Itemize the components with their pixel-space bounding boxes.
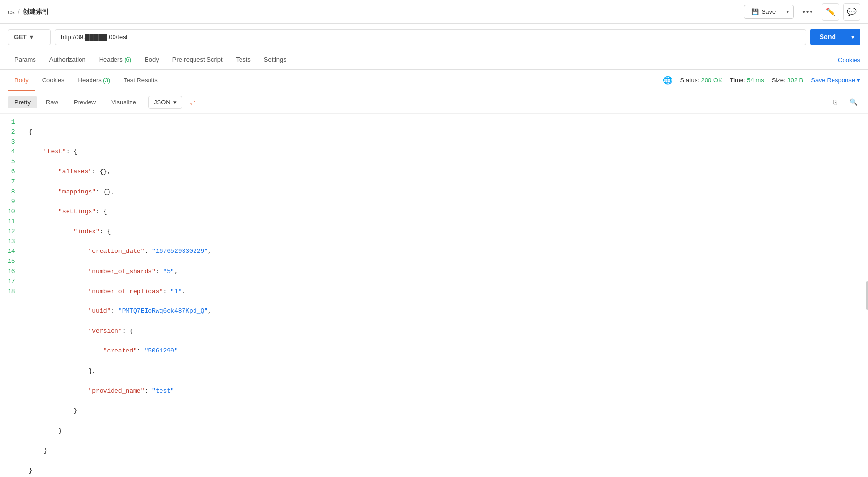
search-icon: 🔍 (849, 98, 857, 106)
tab-body-label: Body (145, 56, 159, 63)
headers-badge: (6) (124, 57, 131, 63)
line-5: "settings": { (29, 207, 860, 217)
resp-tab-body-label: Body (14, 77, 29, 84)
time-label: Time: 54 ms (730, 77, 764, 84)
raw-button[interactable]: Raw (39, 96, 65, 108)
send-button[interactable]: Send (810, 29, 845, 45)
line-13: }, (29, 366, 860, 376)
comment-button[interactable]: 💬 (843, 3, 860, 21)
cookies-link[interactable]: Cookies (838, 57, 860, 64)
time-text-label: Time: (730, 77, 747, 84)
edit-button[interactable]: ✏️ (822, 3, 839, 21)
tab-pre-request[interactable]: Pre-request Script (166, 50, 229, 70)
breadcrumb-prefix: es (8, 8, 15, 16)
toolbar-right: ⎘ 🔍 (828, 95, 860, 109)
more-options-button[interactable]: ••• (798, 5, 818, 19)
line-numbers: 12345 678910 1112131415 161718 (0, 114, 21, 477)
format-label: JSON (154, 99, 171, 106)
search-button[interactable]: 🔍 (846, 95, 860, 109)
line-11: "version": { (29, 327, 860, 337)
line-3: "aliases": {}, (29, 167, 860, 177)
breadcrumb-title: 创建索引 (23, 8, 49, 16)
resp-tab-headers[interactable]: Headers (3) (71, 71, 117, 91)
tab-tests[interactable]: Tests (229, 50, 257, 70)
line-10: "uuid": "PMTQ7EIoRwq6ek487Kpd_Q", (29, 307, 860, 317)
resp-tab-cookies-label: Cookies (42, 77, 65, 84)
save-button-group[interactable]: 💾 Save ▾ (744, 5, 794, 19)
line-2: "test": { (29, 147, 860, 157)
wrap-icon: ⇌ (190, 98, 196, 107)
line-12: "created": "5061299" (29, 346, 860, 356)
url-bar: GET ▾ Send ▾ (0, 24, 868, 50)
line-18: } (29, 466, 860, 476)
globe-icon: 🌐 (663, 76, 673, 85)
line-7: "creation_date": "1676529330229", (29, 247, 860, 257)
save-response-label: Save Response (811, 77, 855, 84)
tab-tests-label: Tests (236, 56, 251, 63)
preview-button[interactable]: Preview (67, 96, 103, 108)
tab-settings[interactable]: Settings (257, 50, 293, 70)
line-15: } (29, 406, 860, 416)
tab-params[interactable]: Params (8, 50, 43, 70)
breadcrumb-sep: / (18, 8, 20, 16)
save-button[interactable]: 💾 Save (744, 5, 783, 18)
top-bar-actions: 💾 Save ▾ ••• ✏️ 💬 (744, 3, 860, 21)
tab-params-label: Params (14, 56, 36, 63)
resp-tab-body[interactable]: Body (8, 71, 35, 91)
pretty-button[interactable]: Pretty (8, 96, 37, 108)
status-value: 200 OK (701, 77, 722, 84)
tab-headers[interactable]: Headers (6) (92, 50, 138, 70)
url-input[interactable] (55, 29, 806, 45)
method-label: GET (14, 34, 27, 41)
size-label: Size: 302 B (772, 77, 804, 84)
resp-tab-cookies[interactable]: Cookies (35, 71, 71, 91)
copy-button[interactable]: ⎘ (828, 95, 842, 109)
tab-authorization-label: Authorization (49, 56, 86, 63)
save-icon: 💾 (751, 8, 759, 15)
tab-pre-request-label: Pre-request Script (172, 56, 223, 63)
tab-headers-label: Headers (6) (99, 56, 131, 63)
resp-tab-test-results[interactable]: Test Results (117, 71, 164, 91)
resp-headers-badge: (3) (103, 77, 110, 84)
size-text-label: Size: (772, 77, 788, 84)
json-body: { "test": { "aliases": {}, "mappings": {… (21, 114, 868, 477)
scroll-indicator (866, 281, 868, 310)
save-dropdown-button[interactable]: ▾ (782, 5, 793, 18)
save-label: Save (762, 8, 776, 15)
code-area-wrapper: 12345 678910 1112131415 161718 { "test":… (0, 114, 868, 477)
line-16: } (29, 426, 860, 436)
size-value: 302 B (787, 77, 803, 84)
format-arrow-icon: ▾ (173, 99, 177, 106)
request-tabs: Params Authorization Headers (6) Body Pr… (0, 50, 868, 70)
visualize-button[interactable]: Visualize (104, 96, 143, 108)
line-17: } (29, 446, 860, 456)
line-9: "number_of_replicas": "1", (29, 287, 860, 297)
pencil-icon: ✏️ (826, 7, 835, 16)
method-dropdown[interactable]: GET ▾ (8, 29, 51, 45)
wrap-button[interactable]: ⇌ (186, 95, 200, 109)
tab-settings-label: Settings (264, 56, 286, 63)
line-6: "index": { (29, 227, 860, 237)
copy-icon: ⎘ (833, 98, 837, 106)
send-dropdown-button[interactable]: ▾ (845, 29, 860, 45)
resp-tab-test-results-label: Test Results (124, 77, 158, 84)
time-value: 54 ms (747, 77, 764, 84)
top-bar: es / 创建索引 💾 Save ▾ ••• ✏️ 💬 (0, 0, 868, 24)
line-1: { (29, 127, 860, 137)
format-dropdown[interactable]: JSON ▾ (148, 96, 182, 109)
line-8: "number_of_shards": "5", (29, 267, 860, 277)
tab-authorization[interactable]: Authorization (43, 50, 92, 70)
response-status-bar: 🌐 Status: 200 OK Time: 54 ms Size: 302 B… (663, 76, 861, 85)
method-arrow-icon: ▾ (30, 34, 33, 41)
send-button-group[interactable]: Send ▾ (810, 29, 860, 45)
response-area: Body Cookies Headers (3) Test Results 🌐 … (0, 70, 868, 477)
line-14: "provided_name": "test" (29, 386, 860, 397)
save-response-button[interactable]: Save Response ▾ (811, 77, 860, 84)
resp-tab-headers-label: Headers (3) (78, 77, 110, 84)
body-toolbar: Pretty Raw Preview Visualize JSON ▾ ⇌ ⎘ … (0, 91, 868, 114)
breadcrumb: es / 创建索引 (8, 8, 49, 16)
line-4: "mappings": {}, (29, 187, 860, 197)
tab-body[interactable]: Body (138, 50, 166, 70)
req-tabs-right: Cookies (838, 57, 860, 64)
code-area[interactable]: 12345 678910 1112131415 161718 { "test":… (0, 114, 868, 477)
